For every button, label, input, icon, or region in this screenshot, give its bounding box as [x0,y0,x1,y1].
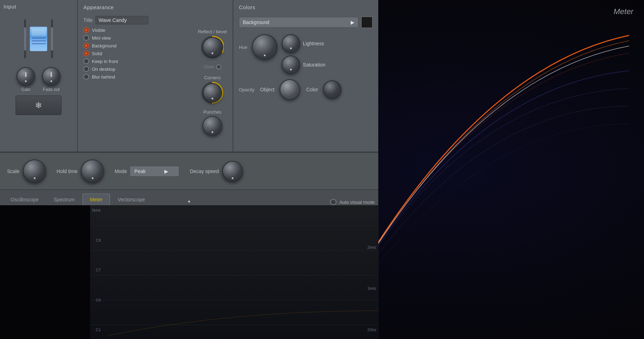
scale-group: Scale [7,160,46,183]
chevron-right-icon-mode: ▶ [164,168,168,174]
corners-knob[interactable] [203,83,222,102]
glow-radio[interactable] [216,64,221,69]
radio-on-desktop[interactable]: On desktop [83,66,191,72]
auto-visual-label: Auto visual mode [339,200,375,205]
svg-rect-5 [32,40,46,41]
radio-solid-label: Solid [92,51,102,56]
color-opacity-dot [188,201,190,202]
saturation-label: Saturation [303,62,331,68]
saturation-row: Saturation [282,56,331,74]
tab-oscilloscope[interactable]: Oscilloscope [4,194,46,205]
mode-dropdown[interactable]: Peak ▶ [130,166,179,177]
radio-blur-behind-circle[interactable] [83,74,89,80]
hue-knob-dot [264,54,265,56]
saturation-knob[interactable] [282,56,300,74]
tab-meter[interactable]: Meter [82,194,110,205]
color-swatch[interactable] [361,17,373,28]
gain-container: Gain [17,67,35,92]
lightness-knob[interactable] [282,34,300,53]
radio-keep-in-front-circle[interactable] [83,58,89,64]
appearance-inner: Visible Mini view Background Solid [83,27,227,147]
reflect-bevel-label: Reflect / bevel [198,29,227,34]
fade-out-label: Fade out [43,87,59,92]
input-column: Input [0,0,78,151]
radio-visible-label: Visible [92,28,105,33]
bottom-bar: Scale Hold time Mode Peak ▶ Decay speed [0,152,378,189]
color-selector-row: Background ▶ [239,17,373,28]
lightness-dot [290,47,292,49]
input-device-display [30,27,47,51]
input-vertical-slider-right[interactable] [51,19,53,58]
radio-on-desktop-circle[interactable] [83,66,89,72]
opacity-row: Opacity Object Color [239,79,373,100]
freq-labels: 2kHz 1kHz 20Hz [367,208,376,332]
punches-knob[interactable] [203,116,222,136]
fade-out-knob[interactable] [42,67,60,86]
radio-solid[interactable]: Solid [83,51,191,56]
corners-knob-wrap [201,82,223,104]
input-slider-area [24,16,53,62]
hold-time-label: Hold time [57,168,77,174]
punches-label: Punches [204,109,222,115]
hold-time-group: Hold time [57,160,104,183]
punches-dot [211,131,213,133]
freq-1khz: 1kHz [367,286,376,291]
scale-knob[interactable] [23,160,46,183]
fade-out-knob-dot [51,80,52,82]
reflect-bevel-dot [211,52,213,54]
radio-background-label: Background [92,43,116,48]
color-opacity-label: Color [306,87,318,92]
input-vertical-slider[interactable] [24,19,26,58]
hsl-controls: Hue Lightness [239,34,373,74]
gain-knob-dot [25,80,27,82]
chevron-right-icon: ▶ [351,19,355,25]
lightness-label: Lightness [303,41,331,46]
radio-visible[interactable]: Visible [83,27,191,33]
gain-label: Gain [21,87,30,92]
title-input[interactable] [95,16,148,24]
controls-column: Reflect / bevel G [191,27,227,147]
radio-visible-circle[interactable] [83,27,89,33]
color-dropdown[interactable]: Background ▶ [239,17,358,28]
radio-mini-view[interactable]: Mini view [83,35,191,41]
decay-speed-label: Decay speed [190,168,219,174]
auto-visual-radio[interactable] [330,199,336,205]
hold-time-knob[interactable] [81,160,104,183]
top-section: Input [0,0,378,152]
freq-2khz: 2kHz [367,245,376,249]
freeze-button[interactable]: ❄ [16,96,62,115]
decay-speed-knob[interactable] [222,161,243,182]
title-row: Title [83,16,227,24]
opacity-label: Opacity [239,87,254,92]
meter-label: Meter [614,7,633,16]
radio-solid-circle[interactable] [83,51,89,56]
radio-mini-view-label: Mini view [92,35,111,41]
corners-label: Corners [204,75,221,80]
scale-dot [34,177,35,179]
radio-keep-in-front[interactable]: Keep in front [83,58,191,64]
hue-label: Hue [239,45,247,50]
gain-knob[interactable] [17,67,35,86]
tab-spectrum[interactable]: Spectrum [46,194,82,205]
appearance-title: Appearance [83,4,114,10]
radio-column: Visible Mini view Background Solid [83,27,191,147]
decay-speed-dot [232,177,233,179]
scale-label: Scale [7,168,19,174]
glow-row: Glow [204,64,221,69]
reflect-bevel-knob[interactable] [203,37,222,57]
object-opacity-knob[interactable] [280,79,300,100]
radio-mini-view-circle[interactable] [83,35,89,41]
reflect-bevel-control: Reflect / bevel [198,29,227,58]
tab-vectorscope[interactable]: Vectorscope [111,194,152,205]
hue-knob[interactable] [252,34,277,60]
corners-dot [211,98,213,99]
color-opacity-knob[interactable] [323,80,341,99]
lightness-row: Lightness [282,34,331,53]
radio-background[interactable]: Background [83,43,191,48]
radio-blur-behind[interactable]: Blur behind [83,74,191,80]
title-label: Title [83,17,93,23]
knob-group: Gain Fade out [17,67,60,92]
corners-control: Corners [201,75,223,104]
radio-background-circle[interactable] [83,43,89,48]
freq-20hz: 20Hz [367,328,376,332]
